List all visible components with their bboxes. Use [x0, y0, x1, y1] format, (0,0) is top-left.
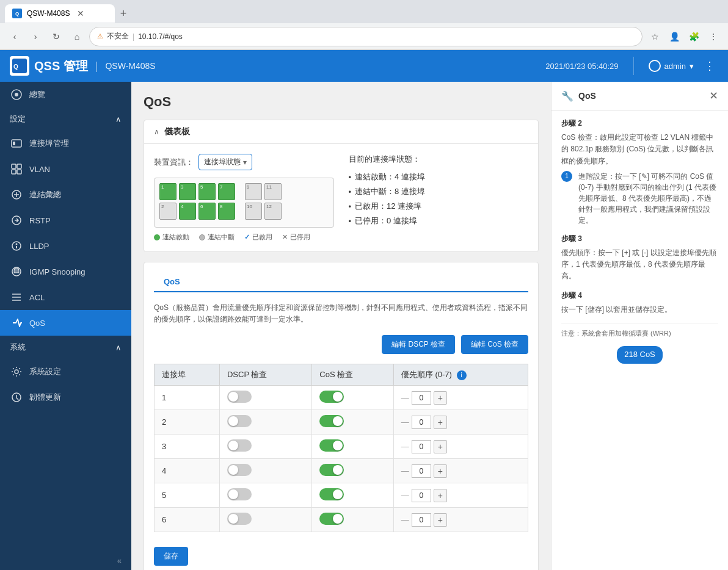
extensions-btn[interactable]: 🧩: [685, 28, 702, 45]
legend-check-icon: ✓: [244, 233, 250, 241]
port-cell-2: 2: [155, 410, 220, 435]
device-select-dropdown[interactable]: 連接埠狀態 ▾: [198, 154, 252, 170]
tab-close-btn[interactable]: ✕: [77, 9, 84, 18]
port-5[interactable]: 5: [198, 183, 216, 200]
home-button[interactable]: ⌂: [68, 28, 86, 45]
port-cell-6: 6: [155, 508, 220, 532]
dashboard-panel: ∧ 儀表板 裝置資訊： 連接埠狀態 ▾: [144, 120, 539, 252]
cos-toggle-3[interactable]: [319, 439, 344, 452]
priority-plus-3[interactable]: +: [434, 440, 447, 453]
priority-minus-6[interactable]: —: [401, 515, 409, 524]
priority-minus-2[interactable]: —: [401, 417, 409, 427]
status-disabled: • 已停用： 0 連接埠: [349, 214, 529, 228]
dscp-toggle-6[interactable]: [227, 513, 252, 525]
new-tab-button[interactable]: +: [115, 5, 132, 22]
cos-toggle-6[interactable]: [319, 513, 344, 525]
sidebar-item-qos[interactable]: QoS: [0, 310, 131, 336]
priority-value-2: 0: [412, 416, 431, 429]
help-step3: 步驟 3 優先順序：按一下 [+] 或 [-] 以設定連接埠優先順序，1 代表優…: [561, 233, 718, 283]
sidebar-section-setting[interactable]: 設定 ∧: [0, 107, 131, 131]
sidebar-item-port-mgmt[interactable]: 連接埠管理: [0, 131, 131, 156]
port-11[interactable]: 11: [264, 183, 282, 200]
priority-plus-4[interactable]: +: [434, 464, 447, 478]
priority-minus-3[interactable]: —: [401, 442, 409, 451]
priority-plus-6[interactable]: +: [434, 513, 447, 527]
svg-rect-5: [13, 142, 15, 145]
dashboard-panel-header[interactable]: ∧ 儀表板: [144, 120, 538, 144]
port-8[interactable]: 8: [218, 203, 235, 220]
bookmark-star-btn[interactable]: ☆: [646, 28, 663, 45]
edit-cos-button[interactable]: 編輯 CoS 檢查: [461, 335, 528, 354]
cos-badge: 218 CoS: [617, 346, 663, 364]
status-disconnected-value: 8 連接埠: [395, 186, 425, 197]
port-2[interactable]: 2: [159, 203, 177, 220]
sidebar-item-lldp-label: LLDP: [29, 242, 49, 251]
help-step2: 步驟 2 CoS 檢查：啟用此設定可檢查 L2 VLAN 標籤中的 802.1p…: [561, 118, 718, 226]
cos-toggle-4[interactable]: [319, 464, 344, 476]
cos-toggle-2[interactable]: [319, 415, 344, 427]
topbar-menu-button[interactable]: ⋮: [701, 57, 718, 74]
sidebar-item-lldp[interactable]: LLDP: [0, 233, 131, 259]
tab-qos[interactable]: QoS: [154, 272, 190, 292]
dscp-toggle-4[interactable]: [227, 464, 252, 476]
priority-minus-4[interactable]: —: [401, 466, 409, 475]
col-priority: 優先順序 (0-7) i: [393, 364, 528, 386]
sidebar-item-vlan[interactable]: VLAN: [0, 156, 131, 182]
port-mgmt-icon: [10, 137, 23, 150]
sidebar-collapse-button[interactable]: «: [0, 551, 131, 570]
profile-btn[interactable]: 👤: [666, 28, 683, 45]
save-button[interactable]: 儲存: [154, 547, 188, 566]
svg-rect-9: [17, 170, 21, 174]
sidebar-item-sys-settings-label: 系統設定: [29, 366, 61, 377]
help-close-button[interactable]: ✕: [709, 89, 718, 103]
edit-dscp-button[interactable]: 編輯 DSCP 檢查: [382, 335, 455, 354]
back-button[interactable]: ‹: [6, 28, 23, 45]
port-9[interactable]: 9: [245, 183, 262, 200]
cos-toggle-1[interactable]: [319, 391, 344, 403]
port-1[interactable]: 1: [159, 183, 177, 200]
cos-toggle-5[interactable]: [319, 488, 344, 500]
priority-ctrl-2: — 0 +: [401, 416, 520, 429]
dscp-toggle-3[interactable]: [227, 439, 252, 452]
sidebar-item-system-settings[interactable]: 系統設定: [0, 359, 131, 384]
port-12[interactable]: 12: [264, 203, 282, 220]
port-4[interactable]: 4: [179, 203, 196, 220]
user-avatar-icon: 👤: [649, 60, 661, 72]
port-cell-1: 1: [155, 386, 220, 410]
qos-icon: [10, 316, 23, 330]
forward-button[interactable]: ›: [27, 28, 44, 45]
legend-enabled: ✓ 已啟用: [244, 233, 272, 242]
dscp-toggle-1[interactable]: [227, 391, 252, 403]
svg-rect-7: [17, 164, 21, 168]
browser-nav: ‹ › ↻ ⌂ ⚠ 不安全 | 10.10.7/#/qos ☆ 👤 🧩 ⋮: [0, 23, 728, 50]
svg-point-13: [16, 244, 18, 245]
priority-minus-1[interactable]: —: [401, 393, 409, 402]
port-3[interactable]: 3: [179, 183, 196, 200]
address-bar[interactable]: ⚠ 不安全 | 10.10.7/#/qos: [89, 27, 642, 46]
user-menu[interactable]: 👤 admin ▾: [649, 60, 694, 72]
status-title: 目前的連接埠狀態：: [349, 154, 529, 165]
nav-actions: ☆ 👤 🧩 ⋮: [646, 28, 722, 45]
sidebar-section-system[interactable]: 系統 ∧: [0, 336, 131, 359]
priority-plus-5[interactable]: +: [434, 489, 447, 502]
browser-menu-btn[interactable]: ⋮: [705, 28, 722, 45]
browser-tab[interactable]: Q QSW-M408S ✕: [5, 4, 115, 23]
sidebar-item-link-agg[interactable]: 連結彙總: [0, 182, 131, 207]
sidebar-item-rstp[interactable]: RSTP: [0, 207, 131, 233]
priority-plus-2[interactable]: +: [434, 416, 447, 429]
sidebar-item-igmp[interactable]: IGMP Snooping: [0, 259, 131, 284]
port-10[interactable]: 10: [245, 203, 262, 220]
sidebar-item-acl[interactable]: ACL: [0, 284, 131, 310]
port-7[interactable]: 7: [218, 183, 235, 200]
qos-panel-body: QoS QoS（服務品質）會用流量優先順序排定和資源保留控制等機制，針對不同應用…: [144, 262, 538, 570]
port-6[interactable]: 6: [198, 203, 216, 220]
sidebar-item-firmware[interactable]: 韌體更新: [0, 384, 131, 410]
tab-title: QSW-M408S: [27, 9, 70, 18]
sidebar-item-overview[interactable]: 總覽: [0, 82, 131, 107]
dscp-toggle-5[interactable]: [227, 488, 252, 500]
reload-button[interactable]: ↻: [48, 28, 65, 45]
priority-plus-1[interactable]: +: [434, 391, 447, 405]
priority-minus-5[interactable]: —: [401, 491, 409, 500]
svg-text:Q: Q: [13, 63, 18, 70]
dscp-toggle-2[interactable]: [227, 415, 252, 427]
